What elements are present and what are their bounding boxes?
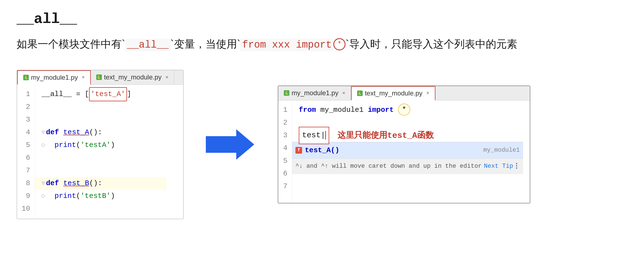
next-tip-button[interactable]: Next Tip <box>484 161 513 172</box>
hint-text: ^↓ and ^↑ will move caret down and up in… <box>295 161 482 172</box>
right-tab-bar: 🐍 my_module1.py × 🐍 text_my_module.py × <box>278 86 530 100</box>
right-ide: 🐍 my_module1.py × 🐍 text_my_module.py × … <box>278 86 530 203</box>
code-line-2 <box>41 101 167 113</box>
code-line-10 <box>41 203 167 215</box>
right-code-line-3: test| 这里只能使用test_A函数 <box>299 129 523 142</box>
code-line-9: ◯ print ( 'testB' ) <box>41 190 167 203</box>
left-tab-icon-2: 🐍 <box>96 74 102 80</box>
desc-star-circle: * <box>333 38 346 50</box>
left-code-lines: __all__ = [ 'test_A' ] ▽ def test_A (): <box>35 85 173 219</box>
left-ide: 🐍 my_module1.py × 🐍 text_my_module.py × … <box>17 70 184 219</box>
hint-row: ^↓ and ^↑ will move caret down and up in… <box>292 158 523 174</box>
right-code-line-1: from my_module1 import * <box>299 104 523 117</box>
right-tab-label-1: my_module1.py <box>292 89 338 97</box>
desc-code1: from xxx import <box>240 39 333 51</box>
code-line-6 <box>41 152 167 164</box>
svg-marker-0 <box>206 129 254 160</box>
code-line-7 <box>41 164 167 177</box>
right-line-numbers: 1 2 3 4 5 6 7 <box>278 100 292 203</box>
code-line-4: ▽ def test_A (): <box>41 126 167 139</box>
autocomplete-input[interactable]: test| <box>299 127 329 144</box>
right-arrow-icon <box>206 128 256 161</box>
right-code-line-7 <box>299 187 523 200</box>
code-line-8: ▽ def test_B (): <box>35 177 167 190</box>
left-tab-label-2: text_my_module.py <box>104 73 162 81</box>
right-tab-label-2: text_my_module.py <box>365 89 422 97</box>
left-tab-my-module[interactable]: 🐍 my_module1.py × <box>17 70 91 85</box>
autocomplete-text: test <box>302 131 321 139</box>
desc-var: __all__ <box>125 39 170 51</box>
code-line-5: ◯ print ( 'testA' ) <box>41 139 167 152</box>
description: 如果一个模块文件中有`__all__`变量，当使用`from xxx impor… <box>17 36 627 53</box>
left-tab-icon-1: 🐍 <box>23 75 29 80</box>
right-code-line-6 <box>299 174 523 187</box>
left-tab-text-module[interactable]: 🐍 text_my_module.py × <box>91 70 174 84</box>
arrow-container <box>206 128 256 161</box>
right-tab-text-module[interactable]: 🐍 text_my_module.py × <box>351 86 435 100</box>
left-tab-close-1[interactable]: × <box>82 74 85 80</box>
right-code-area: 1 2 3 4 5 6 7 from my_module1 import * <box>278 100 530 203</box>
code-line-1: __all__ = [ 'test_A' ] <box>41 88 167 101</box>
desc-suffix: `导入时，只能导入这个列表中的元素 <box>346 38 517 50</box>
left-tab-close-2[interactable]: × <box>165 74 168 80</box>
desc-prefix: 如果一个模块文件中有` <box>17 38 125 50</box>
hint-dots[interactable]: ⋮ <box>513 160 520 172</box>
suggestion-label: test_A() <box>305 144 339 157</box>
page-title: __all__ <box>17 11 627 27</box>
left-code-area: 1 2 3 4 5 6 7 8 9 10 __all__ = [ 'test_A… <box>17 85 183 219</box>
main-content: 🐍 my_module1.py × 🐍 text_my_module.py × … <box>17 70 627 219</box>
right-tab-my-module[interactable]: 🐍 my_module1.py × <box>278 86 351 100</box>
suggestion-row[interactable]: f test_A() my_module1 <box>292 142 523 159</box>
autocomplete-annotation: 这里只能使用test_A函数 <box>337 128 434 143</box>
right-tab-close-2[interactable]: × <box>426 90 429 96</box>
left-line-numbers: 1 2 3 4 5 6 7 8 9 10 <box>17 85 35 219</box>
right-tab-icon-2: 🐍 <box>357 91 363 96</box>
desc-middle: `变量，当使用` <box>170 38 240 50</box>
right-tab-icon-1: 🐍 <box>284 90 289 96</box>
suggestion-source: my_module1 <box>483 145 520 156</box>
left-tab-label-1: my_module1.py <box>31 74 78 81</box>
right-tab-close-1[interactable]: × <box>342 90 345 96</box>
left-tab-bar: 🐍 my_module1.py × 🐍 text_my_module.py × <box>17 70 183 85</box>
suggestion-icon: f <box>295 147 302 154</box>
cursor: | <box>321 131 326 139</box>
right-code-line-2 <box>299 117 523 129</box>
right-code-lines: from my_module1 import * test| 这里只能使用tes… <box>292 100 530 203</box>
code-line-3 <box>41 113 167 126</box>
